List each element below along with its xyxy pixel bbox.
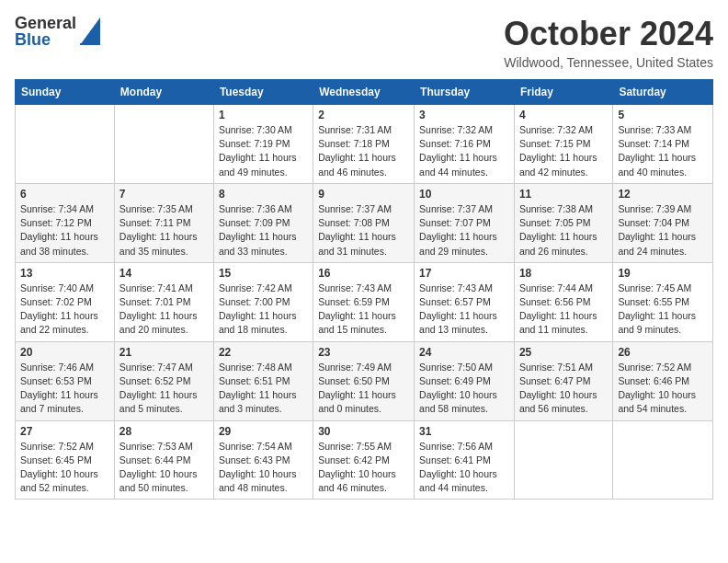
day-number: 20: [20, 346, 109, 359]
day-number: 5: [618, 109, 708, 121]
day-number: 30: [318, 425, 409, 438]
calendar-day-cell: 29Sunrise: 7:54 AM Sunset: 6:43 PM Dayli…: [213, 420, 313, 500]
month-year: October 2024: [504, 15, 713, 53]
day-number: 7: [119, 188, 209, 201]
calendar-day-cell: 18Sunrise: 7:44 AM Sunset: 6:56 PM Dayli…: [514, 262, 612, 341]
day-number: 9: [318, 188, 409, 201]
calendar-day-cell: 2Sunrise: 7:31 AM Sunset: 7:18 PM Daylig…: [313, 105, 415, 184]
svg-marker-0: [80, 17, 100, 45]
calendar-day-cell: 11Sunrise: 7:38 AM Sunset: 7:05 PM Dayli…: [514, 183, 612, 262]
day-info: Sunrise: 7:52 AM Sunset: 6:46 PM Dayligh…: [618, 361, 708, 417]
calendar-day-cell: [114, 105, 213, 184]
day-info: Sunrise: 7:33 AM Sunset: 7:14 PM Dayligh…: [618, 123, 708, 179]
calendar-day-cell: 16Sunrise: 7:43 AM Sunset: 6:59 PM Dayli…: [313, 262, 415, 341]
calendar-day-cell: [613, 420, 713, 500]
calendar-day-cell: 31Sunrise: 7:56 AM Sunset: 6:41 PM Dayli…: [415, 420, 515, 500]
calendar-day-cell: 20Sunrise: 7:46 AM Sunset: 6:53 PM Dayli…: [16, 341, 115, 420]
day-info: Sunrise: 7:56 AM Sunset: 6:41 PM Dayligh…: [419, 440, 509, 496]
day-number: 18: [519, 267, 608, 280]
day-info: Sunrise: 7:32 AM Sunset: 7:15 PM Dayligh…: [519, 123, 608, 179]
calendar-week-row: 27Sunrise: 7:52 AM Sunset: 6:45 PM Dayli…: [16, 420, 713, 500]
day-info: Sunrise: 7:50 AM Sunset: 6:49 PM Dayligh…: [419, 361, 509, 417]
day-info: Sunrise: 7:37 AM Sunset: 7:08 PM Dayligh…: [318, 202, 409, 259]
col-friday: Friday: [514, 80, 612, 105]
day-number: 17: [419, 267, 509, 280]
calendar-week-row: 1Sunrise: 7:30 AM Sunset: 7:19 PM Daylig…: [16, 105, 713, 184]
day-number: 8: [219, 188, 308, 201]
calendar-day-cell: 13Sunrise: 7:40 AM Sunset: 7:02 PM Dayli…: [16, 262, 115, 341]
day-info: Sunrise: 7:45 AM Sunset: 6:55 PM Dayligh…: [618, 282, 708, 338]
col-saturday: Saturday: [613, 80, 713, 105]
day-info: Sunrise: 7:49 AM Sunset: 6:50 PM Dayligh…: [318, 361, 409, 417]
logo-text: General Blue: [15, 15, 76, 48]
day-info: Sunrise: 7:53 AM Sunset: 6:44 PM Dayligh…: [119, 440, 209, 496]
day-info: Sunrise: 7:41 AM Sunset: 7:01 PM Dayligh…: [119, 282, 209, 338]
calendar-week-row: 20Sunrise: 7:46 AM Sunset: 6:53 PM Dayli…: [16, 341, 713, 420]
calendar-day-cell: 4Sunrise: 7:32 AM Sunset: 7:15 PM Daylig…: [514, 105, 612, 184]
calendar-day-cell: 9Sunrise: 7:37 AM Sunset: 7:08 PM Daylig…: [313, 183, 415, 262]
day-info: Sunrise: 7:43 AM Sunset: 6:59 PM Dayligh…: [318, 282, 409, 338]
calendar-day-cell: 14Sunrise: 7:41 AM Sunset: 7:01 PM Dayli…: [114, 262, 213, 341]
day-info: Sunrise: 7:48 AM Sunset: 6:51 PM Dayligh…: [219, 361, 308, 417]
calendar-header-row: Sunday Monday Tuesday Wednesday Thursday…: [16, 80, 713, 105]
day-info: Sunrise: 7:54 AM Sunset: 6:43 PM Dayligh…: [219, 440, 308, 496]
day-info: Sunrise: 7:34 AM Sunset: 7:12 PM Dayligh…: [20, 202, 109, 259]
calendar-day-cell: [16, 105, 115, 184]
day-info: Sunrise: 7:47 AM Sunset: 6:52 PM Dayligh…: [119, 361, 209, 417]
calendar-day-cell: 26Sunrise: 7:52 AM Sunset: 6:46 PM Dayli…: [613, 341, 713, 420]
day-info: Sunrise: 7:51 AM Sunset: 6:47 PM Dayligh…: [519, 361, 608, 417]
calendar-day-cell: 21Sunrise: 7:47 AM Sunset: 6:52 PM Dayli…: [114, 341, 213, 420]
day-info: Sunrise: 7:30 AM Sunset: 7:19 PM Dayligh…: [219, 123, 308, 179]
logo: General Blue: [15, 15, 100, 48]
calendar-day-cell: 17Sunrise: 7:43 AM Sunset: 6:57 PM Dayli…: [415, 262, 515, 341]
day-number: 28: [119, 425, 209, 438]
day-number: 26: [618, 346, 708, 359]
calendar-day-cell: 8Sunrise: 7:36 AM Sunset: 7:09 PM Daylig…: [213, 183, 313, 262]
location: Wildwood, Tennessee, United States: [504, 55, 713, 70]
day-info: Sunrise: 7:44 AM Sunset: 6:56 PM Dayligh…: [519, 282, 608, 338]
day-info: Sunrise: 7:39 AM Sunset: 7:04 PM Dayligh…: [618, 202, 708, 259]
calendar-week-row: 13Sunrise: 7:40 AM Sunset: 7:02 PM Dayli…: [16, 262, 713, 341]
day-number: 29: [219, 425, 308, 438]
calendar-day-cell: 30Sunrise: 7:55 AM Sunset: 6:42 PM Dayli…: [313, 420, 415, 500]
col-wednesday: Wednesday: [313, 80, 415, 105]
logo-general: General: [15, 15, 76, 31]
calendar-day-cell: 6Sunrise: 7:34 AM Sunset: 7:12 PM Daylig…: [16, 183, 115, 262]
day-number: 24: [419, 346, 509, 359]
logo-blue: Blue: [15, 31, 76, 48]
calendar-day-cell: 19Sunrise: 7:45 AM Sunset: 6:55 PM Dayli…: [613, 262, 713, 341]
calendar-table: Sunday Monday Tuesday Wednesday Thursday…: [15, 79, 713, 500]
day-number: 10: [419, 188, 509, 201]
calendar-day-cell: 7Sunrise: 7:35 AM Sunset: 7:11 PM Daylig…: [114, 183, 213, 262]
col-tuesday: Tuesday: [213, 80, 313, 105]
calendar-day-cell: 3Sunrise: 7:32 AM Sunset: 7:16 PM Daylig…: [415, 105, 515, 184]
calendar-week-row: 6Sunrise: 7:34 AM Sunset: 7:12 PM Daylig…: [16, 183, 713, 262]
calendar-day-cell: 23Sunrise: 7:49 AM Sunset: 6:50 PM Dayli…: [313, 341, 415, 420]
calendar-day-cell: 15Sunrise: 7:42 AM Sunset: 7:00 PM Dayli…: [213, 262, 313, 341]
col-sunday: Sunday: [16, 80, 115, 105]
day-number: 27: [20, 425, 109, 438]
day-info: Sunrise: 7:46 AM Sunset: 6:53 PM Dayligh…: [20, 361, 109, 417]
day-number: 12: [618, 188, 708, 201]
calendar-day-cell: 27Sunrise: 7:52 AM Sunset: 6:45 PM Dayli…: [16, 420, 115, 500]
day-info: Sunrise: 7:38 AM Sunset: 7:05 PM Dayligh…: [519, 202, 608, 259]
calendar-day-cell: 1Sunrise: 7:30 AM Sunset: 7:19 PM Daylig…: [213, 105, 313, 184]
svg-rect-1: [80, 43, 100, 45]
day-number: 21: [119, 346, 209, 359]
day-info: Sunrise: 7:37 AM Sunset: 7:07 PM Dayligh…: [419, 202, 509, 259]
day-info: Sunrise: 7:32 AM Sunset: 7:16 PM Dayligh…: [419, 123, 509, 179]
calendar-day-cell: [514, 420, 612, 500]
day-number: 16: [318, 267, 409, 280]
calendar-day-cell: 28Sunrise: 7:53 AM Sunset: 6:44 PM Dayli…: [114, 420, 213, 500]
day-info: Sunrise: 7:31 AM Sunset: 7:18 PM Dayligh…: [318, 123, 409, 179]
page-header: General Blue October 2024 Wildwood, Tenn…: [15, 15, 713, 70]
day-number: 4: [519, 109, 608, 121]
col-monday: Monday: [114, 80, 213, 105]
day-number: 1: [219, 109, 308, 121]
day-number: 19: [618, 267, 708, 280]
title-block: October 2024 Wildwood, Tennessee, United…: [504, 15, 713, 70]
calendar-day-cell: 5Sunrise: 7:33 AM Sunset: 7:14 PM Daylig…: [613, 105, 713, 184]
logo-icon: [80, 17, 100, 45]
calendar-day-cell: 25Sunrise: 7:51 AM Sunset: 6:47 PM Dayli…: [514, 341, 612, 420]
day-number: 13: [20, 267, 109, 280]
